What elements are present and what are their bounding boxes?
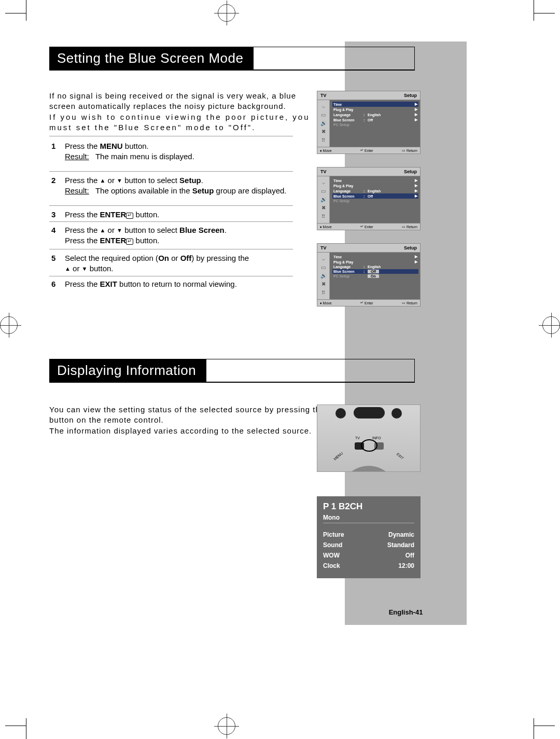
divider [49,276,293,276]
section-title-text: Setting the Blue Screen Mode [50,47,254,69]
setup-icon: ⠿ [321,138,325,143]
section-title-blue-screen: Setting the Blue Screen Mode [49,47,415,71]
section-title-displaying-info: Displaying Information [49,359,415,383]
volume-rocker [354,407,385,419]
osd-icon-strip: ⌵▭🔊✖⠿ [317,176,330,223]
sound-icon: 🔊 [320,121,327,126]
osd-menu-1: TVSetup ⌵ ▭ 🔊 ✖ ⠿ Time▶ Plug & Play▶ Lan… [317,91,421,154]
channel-title: P 1 B2CH [323,501,414,512]
osd-icon-strip: ⌵▭🔊✖⠿ [317,253,330,299]
info-paragraph: You can view the setting status of the s… [49,405,355,436]
info-display-panel: P 1 B2CH Mono PictureDynamic SoundStanda… [317,496,421,578]
step-2: 2 Press the ▲ or ▼ button to select Setu… [49,175,293,197]
info-row: WOWOff [323,550,414,561]
osd-icon-strip: ⌵ ▭ 🔊 ✖ ⠿ [317,100,330,147]
input-icon: ⌵ [322,104,325,109]
divider [49,205,293,206]
step-number: 6 [51,279,55,289]
osd-menu-2: TVSetup ⌵▭🔊✖⠿ Time▶ Plug & Play▶ Languag… [317,167,421,230]
divider [49,136,293,136]
info-row: SoundStandard [323,540,414,550]
step-6: 6 Press the EXIT button to return to nor… [49,279,293,289]
step-1: 1 Press the MENU button. Result: The mai… [49,141,293,162]
intro-line-1: If no signal is being received or the si… [49,91,314,112]
intro-line-2: If you wish to continue viewing the poor… [49,112,314,133]
picture-icon: ▭ [321,113,326,118]
enter-icon: ↵ [126,213,133,219]
up-triangle-icon: ▲ [100,177,106,185]
divider [49,249,293,249]
osd-menu-3: TVSetup ⌵▭🔊✖⠿ Time▶ Plug & Play▶ Languag… [317,243,421,306]
step-number: 1 [51,141,55,151]
section-title-text: Displaying Information [50,359,206,382]
divider [49,221,293,222]
sound-mode: Mono [323,514,414,523]
step-number: 4 [51,225,55,235]
info-highlight-circle [361,439,377,452]
manual-page: Setting the Blue Screen Mode If no signa… [49,41,436,625]
page-number: English-41 [345,608,467,616]
step-number: 3 [51,210,55,220]
intro-text: If no signal is being received or the si… [49,91,314,133]
step-5: 5 Select the required option (On or Off)… [49,253,293,274]
mute-button [335,408,346,419]
down-triangle-icon: ▼ [117,177,122,185]
down-triangle-icon: ▼ [117,227,122,234]
channel-icon: ✖ [321,129,326,134]
step-4: 4 Press the ▲ or ▼ button to select Blue… [49,225,293,246]
down-triangle-icon: ▼ [82,265,88,273]
remote-control-image: TV INFO MENU EXIT [317,405,421,472]
enter-icon: ↵ [126,239,133,245]
info-row: PictureDynamic [323,529,414,540]
step-number: 5 [51,253,55,263]
step-number: 2 [51,175,55,186]
divider [49,171,293,172]
info-row: Clock12:00 [323,561,414,571]
up-triangle-icon: ▲ [65,265,71,273]
up-triangle-icon: ▲ [100,227,106,234]
step-3: 3 Press the ENTER↵ button. [49,210,293,220]
power-button [391,408,402,419]
